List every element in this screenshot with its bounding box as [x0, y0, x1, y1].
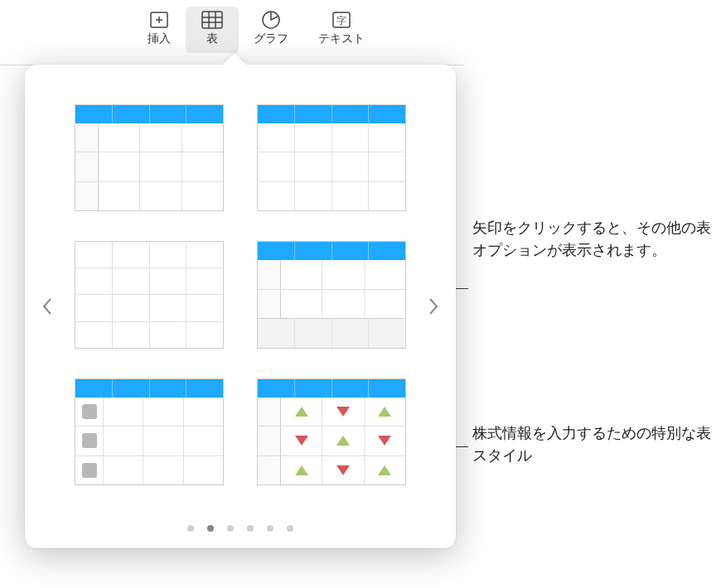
callout-stock-hint: 株式情報を入力するための特別な表スタイル [472, 422, 721, 467]
page-dot[interactable] [287, 525, 293, 532]
table-style-option[interactable] [75, 241, 224, 348]
chart-icon [259, 10, 283, 30]
table-style-option[interactable] [257, 104, 406, 211]
toolbar-label: 表 [206, 31, 218, 46]
toolbar-label: テキスト [318, 31, 365, 46]
toolbar-insert[interactable]: 挿入 [133, 7, 186, 53]
table-icon [201, 10, 224, 30]
callout-arrow-hint: 矢印をクリックすると、その他の表オプションが表示されます。 [472, 217, 721, 262]
table-style-grid [75, 104, 406, 485]
table-style-option[interactable] [75, 378, 224, 485]
page-dot[interactable] [247, 525, 254, 532]
table-style-stock[interactable] [257, 378, 406, 485]
prev-page-arrow[interactable] [35, 282, 60, 331]
page-dot[interactable] [207, 525, 214, 532]
toolbar: 挿入 表 グラフ 字 テキスト [133, 0, 726, 53]
toolbar-label: グラフ [254, 31, 288, 46]
svg-rect-3 [202, 12, 222, 28]
toolbar-chart[interactable]: グラフ [239, 7, 303, 53]
table-style-option[interactable] [75, 104, 224, 211]
page-dot[interactable] [267, 525, 273, 532]
toolbar-table[interactable]: 表 [186, 7, 239, 53]
insert-icon [148, 10, 171, 30]
svg-text:字: 字 [336, 15, 346, 27]
page-dot[interactable] [187, 525, 194, 532]
text-icon: 字 [330, 10, 353, 30]
table-style-popover [25, 65, 456, 548]
toolbar-text[interactable]: 字 テキスト [303, 7, 380, 53]
next-page-arrow[interactable] [421, 282, 446, 331]
page-dot[interactable] [227, 525, 234, 532]
page-indicator [187, 525, 293, 532]
toolbar-label: 挿入 [148, 31, 171, 46]
table-style-option[interactable] [257, 241, 406, 348]
